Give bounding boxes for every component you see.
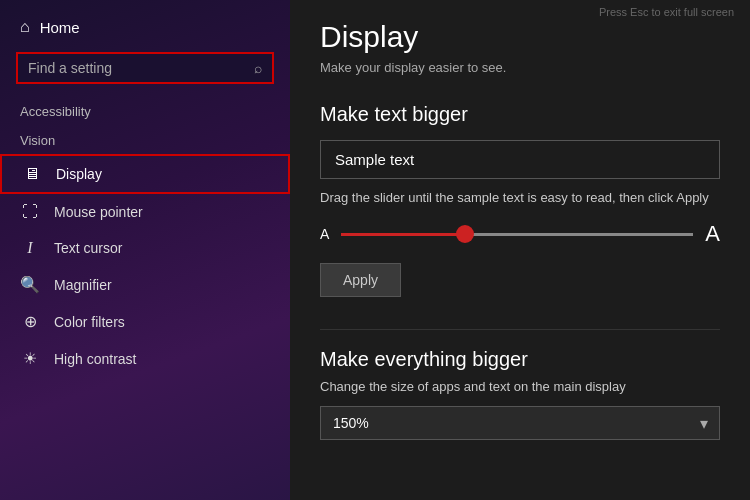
home-label: Home [40, 19, 80, 36]
text-size-slider[interactable] [341, 224, 693, 244]
sidebar-item-magnifier[interactable]: 🔍 Magnifier [0, 266, 290, 303]
color-filters-icon: ⊕ [20, 312, 40, 331]
sidebar-item-color-filters-label: Color filters [54, 314, 125, 330]
search-box-container: ⌕ [16, 52, 274, 84]
page-title: Display [320, 20, 720, 54]
sidebar-item-text-cursor[interactable]: I Text cursor [0, 230, 290, 266]
display-icon: 🖥 [22, 165, 42, 183]
sample-text-display: Sample text [320, 140, 720, 179]
accessibility-heading: Accessibility [0, 96, 290, 125]
slider-max-label: A [705, 221, 720, 247]
sidebar-item-display[interactable]: 🖥 Display [0, 154, 290, 194]
sidebar-item-display-label: Display [56, 166, 102, 182]
search-input[interactable] [28, 60, 254, 76]
sidebar-item-magnifier-label: Magnifier [54, 277, 112, 293]
make-text-bigger-heading: Make text bigger [320, 103, 720, 126]
sidebar-item-mouse-pointer[interactable]: ⛶ Mouse pointer [0, 194, 290, 230]
home-icon: ⌂ [20, 18, 30, 36]
sidebar: ⌂ Home ⌕ Accessibility Vision 🖥 Display … [0, 0, 290, 500]
slider-thumb[interactable] [456, 225, 474, 243]
slider-min-label: A [320, 226, 329, 242]
sidebar-item-text-cursor-label: Text cursor [54, 240, 122, 256]
main-content: Press Esc to exit full screen Display Ma… [290, 0, 750, 500]
slider-description: Drag the slider until the sample text is… [320, 189, 720, 207]
vision-section-label: Vision [0, 125, 290, 154]
make-everything-bigger-heading: Make everything bigger [320, 348, 720, 371]
display-scale-dropdown-wrapper: 100% 125% 150% 175% 200% ▾ [320, 406, 720, 440]
mouse-pointer-icon: ⛶ [20, 203, 40, 221]
section-divider [320, 329, 720, 330]
sidebar-item-high-contrast-label: High contrast [54, 351, 136, 367]
home-nav-item[interactable]: ⌂ Home [0, 0, 290, 48]
high-contrast-icon: ☀ [20, 349, 40, 368]
slider-track-filled [341, 233, 464, 236]
sidebar-item-high-contrast[interactable]: ☀ High contrast [0, 340, 290, 377]
page-subtitle: Make your display easier to see. [320, 60, 720, 75]
search-wrapper: ⌕ [0, 48, 290, 96]
sidebar-item-color-filters[interactable]: ⊕ Color filters [0, 303, 290, 340]
slider-row: A A [320, 221, 720, 247]
apply-button[interactable]: Apply [320, 263, 401, 297]
make-everything-bigger-desc: Change the size of apps and text on the … [320, 379, 720, 394]
esc-hint: Press Esc to exit full screen [599, 6, 734, 18]
magnifier-icon: 🔍 [20, 275, 40, 294]
display-scale-dropdown[interactable]: 100% 125% 150% 175% 200% [320, 406, 720, 440]
sidebar-item-mouse-pointer-label: Mouse pointer [54, 204, 143, 220]
search-icon: ⌕ [254, 60, 262, 76]
slider-track [341, 233, 693, 236]
text-cursor-icon: I [20, 239, 40, 257]
